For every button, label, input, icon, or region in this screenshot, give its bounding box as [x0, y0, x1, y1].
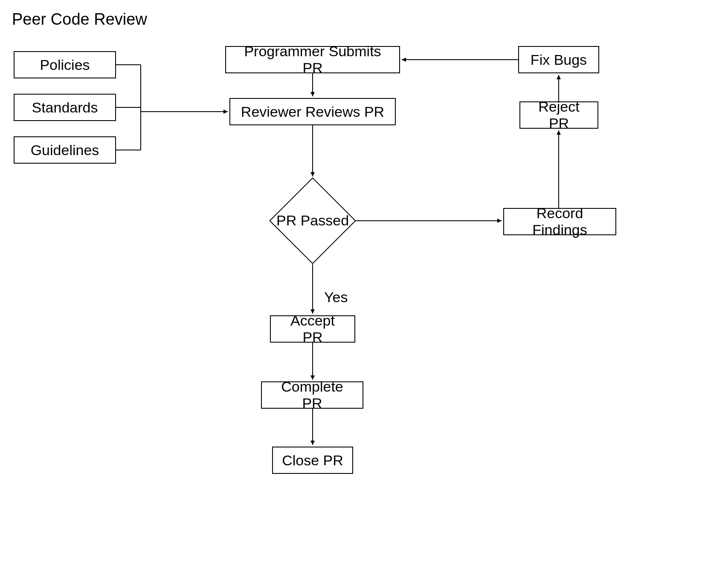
node-accept: Accept PR [270, 315, 355, 343]
node-submit: Programmer Submits PR [225, 46, 400, 73]
node-standards: Standards [14, 94, 116, 121]
node-record: Record Findings [503, 208, 616, 235]
node-guidelines: Guidelines [14, 136, 116, 164]
edge-label-yes: Yes [324, 289, 348, 306]
node-complete: Complete PR [261, 381, 363, 409]
node-policies: Policies [14, 51, 116, 78]
node-decision: PR Passed [270, 178, 355, 263]
decision-label: PR Passed [276, 212, 349, 229]
diagram-title: Peer Code Review [12, 10, 147, 29]
node-reject: Reject PR [519, 101, 598, 129]
node-close: Close PR [272, 447, 353, 474]
node-fix: Fix Bugs [518, 46, 599, 73]
flowchart-connectors [0, 0, 728, 577]
node-review: Reviewer Reviews PR [229, 98, 396, 125]
